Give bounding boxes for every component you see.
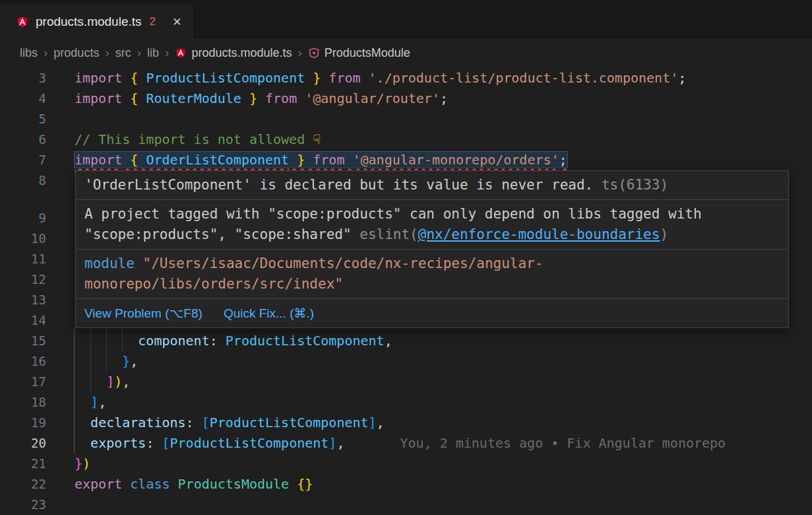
token bbox=[122, 90, 130, 106]
line-number: 14 bbox=[0, 310, 59, 331]
token: ProductListComponent bbox=[146, 70, 305, 86]
line-number: 15 bbox=[0, 331, 59, 351]
breadcrumb-item-src[interactable]: src bbox=[115, 46, 131, 60]
line-number: 11 bbox=[0, 249, 59, 269]
token: ] bbox=[369, 415, 377, 430]
code-line[interactable]: 20 exports: [ProductListComponent],You, … bbox=[0, 433, 812, 454]
code-text: import { RouterModule } from '@angular/r… bbox=[59, 88, 448, 109]
tab-bar: products.module.ts 2 ✕ bbox=[0, 0, 812, 40]
code-text: declarations: [ProductListComponent], bbox=[59, 413, 385, 433]
code-line[interactable]: 15 component: ProductListComponent, bbox=[0, 331, 812, 351]
code-line[interactable]: 18 ], bbox=[0, 392, 812, 413]
breadcrumb-item-libs[interactable]: libs bbox=[20, 46, 38, 60]
chevron-right-icon: › bbox=[165, 46, 169, 60]
token: [ bbox=[162, 435, 170, 451]
token bbox=[361, 70, 369, 86]
hover-actions: View Problem (⌥F8) Quick Fix... (⌘.) bbox=[76, 299, 788, 327]
code-text bbox=[59, 249, 75, 269]
token: { bbox=[130, 152, 138, 168]
code-line[interactable]: 21}) bbox=[0, 454, 812, 474]
code-text: import { ProductListComponent } from './… bbox=[59, 68, 686, 88]
angular-icon bbox=[175, 47, 187, 59]
chevron-right-icon: › bbox=[44, 46, 47, 60]
token: declarations bbox=[90, 415, 186, 430]
code-line[interactable]: 17 ]), bbox=[0, 372, 812, 392]
tab-products-module[interactable]: products.module.ts 2 ✕ bbox=[0, 4, 194, 39]
line-number: 16 bbox=[0, 351, 59, 372]
token: { bbox=[130, 70, 138, 86]
token: } bbox=[122, 353, 130, 369]
token: '@angular/router' bbox=[305, 90, 440, 106]
breadcrumb-label: products bbox=[53, 46, 99, 60]
token: ProductListComponent bbox=[226, 333, 385, 349]
token bbox=[122, 70, 130, 86]
token bbox=[75, 333, 138, 349]
token: , bbox=[385, 333, 392, 349]
code-line[interactable]: 19 declarations: [ProductListComponent], bbox=[0, 413, 812, 433]
breadcrumb-label: lib bbox=[147, 46, 159, 60]
view-problem-link[interactable]: View Problem (⌥F8) bbox=[84, 303, 203, 324]
code-text: exports: [ProductListComponent],You, 2 m… bbox=[59, 433, 726, 454]
code-line[interactable]: 23 bbox=[0, 495, 812, 515]
eslint-source-prefix: eslint( bbox=[359, 226, 418, 242]
hover-popup: 'OrderListComponent' is declared but its… bbox=[75, 170, 789, 328]
breadcrumb-item-lib[interactable]: lib bbox=[147, 46, 159, 60]
token: export bbox=[75, 476, 122, 492]
code-text bbox=[59, 290, 75, 310]
token bbox=[289, 152, 297, 168]
close-icon[interactable]: ✕ bbox=[173, 15, 181, 28]
token bbox=[122, 152, 130, 168]
token: from bbox=[328, 70, 360, 86]
token: class bbox=[130, 476, 170, 492]
token: ] bbox=[328, 435, 336, 451]
token: } bbox=[297, 152, 305, 168]
token: OrderListComponent bbox=[146, 152, 289, 168]
breadcrumb-label: src bbox=[115, 46, 131, 60]
code-line[interactable]: 7import { OrderListComponent } from '@an… bbox=[0, 150, 812, 170]
module-path-line1: "/Users/isaac/Documents/code/nx-recipes/… bbox=[143, 256, 544, 271]
code-line[interactable]: 3import { ProductListComponent } from '.… bbox=[0, 68, 812, 88]
code-text bbox=[59, 228, 75, 249]
code-line[interactable]: 16 }, bbox=[0, 351, 812, 372]
breadcrumb-label: products.module.ts bbox=[191, 46, 292, 60]
token: ; bbox=[559, 152, 567, 168]
editor: 3import { ProductListComponent } from '.… bbox=[0, 66, 812, 515]
line-number: 4 bbox=[0, 88, 59, 109]
quick-fix-link[interactable]: Quick Fix... (⌘.) bbox=[224, 303, 314, 324]
code-line[interactable]: 22export class ProductsModule {} bbox=[0, 474, 812, 495]
token: , bbox=[377, 415, 385, 430]
token: // This import is not allowed bbox=[75, 131, 313, 147]
module-path-line2: monorepo/libs/orders/src/index" bbox=[84, 276, 343, 292]
code-text bbox=[59, 495, 75, 515]
eslint-rule-link[interactable]: @nx/enforce-module-boundaries bbox=[418, 226, 660, 242]
token: './product-list/product-list.component' bbox=[369, 70, 679, 86]
breadcrumb-item-products-module-ts[interactable]: products.module.ts bbox=[175, 46, 292, 60]
tab-problems-badge: 2 bbox=[150, 15, 156, 28]
token: ; bbox=[678, 70, 686, 86]
line-number: 5 bbox=[0, 109, 59, 129]
code-line[interactable]: 4import { RouterModule } from '@angular/… bbox=[0, 88, 812, 109]
token: component bbox=[138, 333, 209, 349]
code-text: // This import is not allowed ☟ bbox=[59, 129, 321, 150]
angular-icon bbox=[16, 15, 29, 28]
code-line[interactable]: 5 bbox=[0, 109, 812, 129]
token bbox=[75, 353, 122, 369]
token: , bbox=[130, 353, 138, 369]
line-number: 12 bbox=[0, 269, 59, 290]
line-number: 22 bbox=[0, 474, 59, 495]
breadcrumb-label: libs bbox=[20, 46, 38, 60]
line-number: 8 bbox=[0, 170, 59, 191]
token: exports bbox=[90, 435, 146, 451]
code-line[interactable]: 6// This import is not allowed ☟ bbox=[0, 129, 812, 150]
eslint-source-suffix: ) bbox=[660, 226, 668, 242]
breadcrumb-item-productsmodule[interactable]: ProductsModule bbox=[308, 46, 410, 60]
token bbox=[305, 152, 313, 168]
line-number: 23 bbox=[0, 495, 59, 515]
token: ) bbox=[114, 374, 122, 390]
breadcrumb-item-products[interactable]: products bbox=[53, 46, 99, 60]
token bbox=[75, 415, 90, 430]
token: [ bbox=[202, 415, 210, 430]
token: ] bbox=[90, 394, 98, 410]
line-number: 6 bbox=[0, 129, 59, 150]
token: ] bbox=[106, 374, 114, 390]
